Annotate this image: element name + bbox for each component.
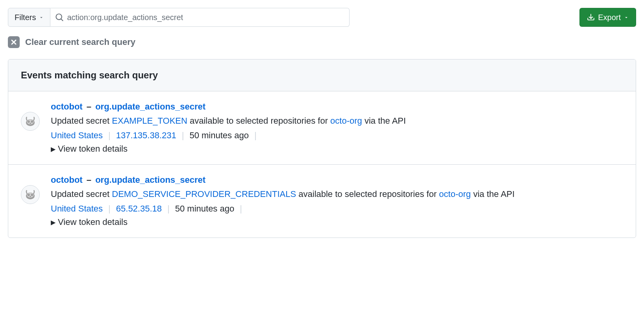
country-link[interactable]: United States	[51, 130, 103, 141]
avatar[interactable]	[21, 185, 40, 204]
svg-point-12	[31, 195, 32, 195]
octobot-avatar-icon	[24, 188, 37, 201]
close-icon	[10, 39, 17, 46]
meta-separator: |	[254, 130, 257, 141]
title-separator: –	[87, 175, 91, 185]
desc-text: Updated secret	[51, 189, 112, 199]
action-link[interactable]: org.update_actions_secret	[95, 175, 205, 185]
results-panel-header: Events matching search query	[8, 59, 636, 91]
event-title: octobot – org.update_actions_secret	[51, 175, 623, 185]
svg-point-11	[28, 195, 29, 195]
actor-link[interactable]: octobot	[51, 175, 83, 185]
results-panel-title: Events matching search query	[21, 70, 623, 81]
title-separator: –	[87, 102, 91, 111]
export-button[interactable]: Export	[579, 8, 636, 27]
triangle-right-icon: ▶	[51, 219, 56, 226]
desc-text: via the API	[471, 189, 514, 199]
timestamp: 50 minutes ago	[189, 130, 248, 141]
svg-point-5	[31, 121, 32, 122]
octobot-avatar-icon	[24, 115, 37, 128]
action-link[interactable]: org.update_actions_secret	[95, 102, 205, 111]
filters-label: Filters	[15, 13, 36, 22]
meta-separator: |	[108, 130, 111, 141]
svg-point-6	[30, 123, 31, 124]
search-input[interactable]	[67, 13, 344, 22]
secret-name-link[interactable]: EXAMPLE_TOKEN	[112, 116, 187, 126]
view-token-details-toggle[interactable]: ▶ View token details	[51, 217, 623, 227]
details-label: View token details	[58, 217, 128, 227]
download-icon	[587, 13, 595, 21]
details-label: View token details	[58, 144, 128, 154]
desc-text: available to selected repositories for	[187, 116, 330, 126]
desc-text: available to selected repositories for	[296, 189, 439, 199]
clear-search-row[interactable]: Clear current search query	[8, 36, 636, 48]
event-content: octobot – org.update_actions_secret Upda…	[51, 102, 623, 154]
org-link[interactable]: octo-org	[439, 189, 471, 199]
event-title: octobot – org.update_actions_secret	[51, 102, 623, 112]
desc-text: Updated secret	[51, 116, 112, 126]
export-label: Export	[598, 13, 621, 22]
event-description: Updated secret EXAMPLE_TOKEN available t…	[51, 114, 623, 127]
triangle-right-icon: ▶	[51, 145, 56, 153]
results-panel: Events matching search query octobot – o…	[8, 59, 636, 238]
search-field-container[interactable]	[50, 8, 350, 27]
search-icon	[55, 13, 64, 22]
country-link[interactable]: United States	[51, 204, 103, 214]
ip-link[interactable]: 65.52.35.18	[116, 204, 162, 214]
event-meta: United States | 137.135.38.231 | 50 minu…	[51, 130, 623, 141]
org-link[interactable]: octo-org	[330, 116, 362, 126]
meta-separator: |	[182, 130, 184, 141]
secret-name-link[interactable]: DEMO_SERVICE_PROVIDER_CREDENTIALS	[112, 189, 296, 199]
audit-event-row: octobot – org.update_actions_secret Upda…	[8, 91, 636, 165]
caret-down-icon	[624, 15, 629, 20]
meta-separator: |	[108, 204, 111, 214]
meta-separator: |	[240, 204, 242, 214]
svg-point-13	[30, 196, 31, 197]
svg-point-4	[28, 121, 29, 122]
actor-link[interactable]: octobot	[51, 102, 83, 111]
timestamp: 50 minutes ago	[175, 204, 234, 214]
event-meta: United States | 65.52.35.18 | 50 minutes…	[51, 204, 623, 214]
clear-search-badge[interactable]	[8, 36, 20, 48]
avatar[interactable]	[21, 112, 40, 131]
event-description: Updated secret DEMO_SERVICE_PROVIDER_CRE…	[51, 187, 623, 200]
filters-button[interactable]: Filters	[8, 8, 50, 27]
view-token-details-toggle[interactable]: ▶ View token details	[51, 144, 623, 154]
caret-down-icon	[39, 15, 44, 20]
meta-separator: |	[167, 204, 170, 214]
desc-text: via the API	[362, 116, 406, 126]
clear-search-label[interactable]: Clear current search query	[25, 37, 135, 47]
audit-event-row: octobot – org.update_actions_secret Upda…	[8, 165, 636, 238]
top-toolbar: Filters Export	[8, 8, 636, 27]
event-content: octobot – org.update_actions_secret Upda…	[51, 175, 623, 227]
ip-link[interactable]: 137.135.38.231	[116, 130, 176, 141]
